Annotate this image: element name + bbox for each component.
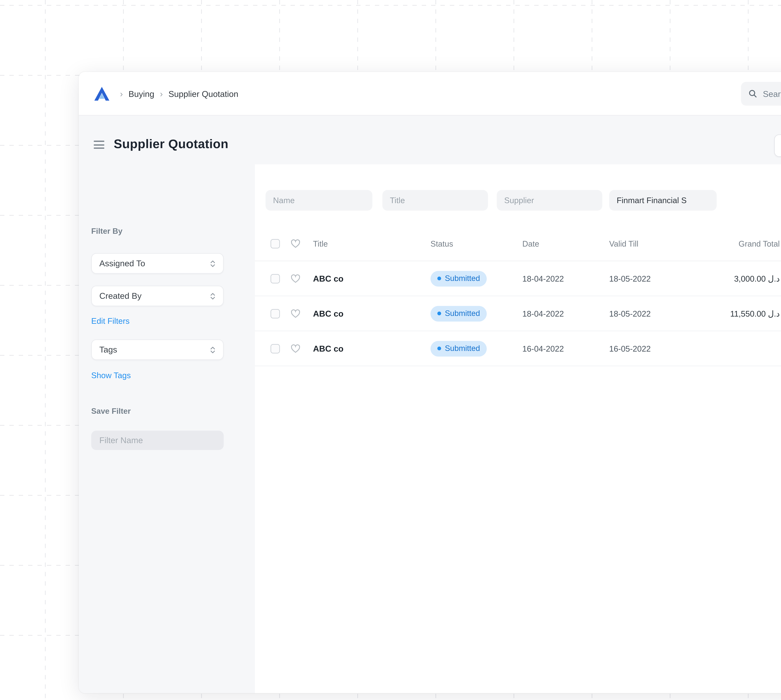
save-filter-label: Save Filter	[91, 407, 131, 416]
edit-filters-link[interactable]: Edit Filters	[91, 316, 130, 326]
supplier-filter-input[interactable]	[497, 190, 602, 211]
status-dot	[437, 312, 441, 315]
row-valid-till: 18-05-2022	[609, 309, 651, 318]
tags-select[interactable]: Tags	[91, 339, 224, 360]
status-label: Submitted	[445, 274, 480, 283]
erpnext-logo-icon[interactable]	[94, 86, 110, 101]
table-row[interactable]: ABC co Submitted 16-04-2022 16-05-2022 P…	[255, 331, 781, 366]
status-badge: Submitted	[430, 341, 487, 356]
gridline	[0, 5, 781, 6]
heart-icon[interactable]	[291, 344, 301, 353]
breadcrumb-current[interactable]: Supplier Quotation	[168, 89, 238, 98]
assigned-to-select[interactable]: Assigned To	[91, 253, 224, 274]
filter-name-input[interactable]	[91, 431, 224, 450]
navbar: › Buying › Supplier Quotation Search or …	[79, 72, 781, 116]
design-canvas: › Buying › Supplier Quotation Search or …	[0, 0, 781, 700]
gridline	[45, 0, 46, 700]
page-title: Supplier Quotation	[114, 137, 228, 151]
row-grand-total: 3,000.00 د.ل	[692, 274, 780, 283]
assigned-to-label: Assigned To	[99, 259, 145, 268]
status-label: Submitted	[445, 309, 480, 318]
breadcrumb-separator: ›	[120, 89, 123, 99]
row-grand-total: 11,550.00 د.ل	[692, 309, 780, 318]
title-filter-input[interactable]	[382, 190, 488, 211]
search-placeholder: Search or type a command (Ctrl + G)	[763, 89, 781, 98]
heart-icon[interactable]	[291, 274, 301, 283]
status-dot	[437, 347, 441, 350]
unfold-icon	[210, 260, 216, 267]
show-tags-link[interactable]: Show Tags	[91, 371, 131, 380]
row-checkbox[interactable]	[271, 344, 280, 353]
select-all-checkbox[interactable]	[271, 239, 280, 248]
search-icon	[749, 89, 757, 98]
unfold-icon	[210, 292, 216, 300]
menu-icon[interactable]	[94, 141, 104, 149]
row-valid-till: 16-05-2022	[609, 344, 651, 353]
breadcrumb: › Buying › Supplier Quotation	[120, 72, 238, 116]
row-date: 18-04-2022	[522, 274, 564, 283]
filter-by-label: Filter By	[91, 227, 122, 236]
header-date[interactable]: Date	[522, 239, 539, 248]
global-search-input[interactable]: Search or type a command (Ctrl + G)	[741, 82, 781, 106]
created-by-label: Created By	[99, 291, 142, 301]
table-row[interactable]: ABC co Submitted 18-04-2022 18-05-2022 3…	[255, 261, 781, 296]
row-date: 18-04-2022	[522, 309, 564, 318]
name-filter-input[interactable]	[266, 190, 372, 211]
status-badge: Submitted	[430, 271, 487, 286]
like-filter-heart-icon[interactable]	[291, 239, 301, 248]
list-view-selector[interactable]: List View	[774, 134, 781, 157]
row-title[interactable]: ABC co	[313, 274, 343, 283]
status-badge: Submitted	[430, 306, 487, 321]
row-valid-till: 18-05-2022	[609, 274, 651, 283]
created-by-select[interactable]: Created By	[91, 286, 224, 306]
unfold-icon	[210, 346, 216, 353]
table-row[interactable]: ABC co Submitted 18-04-2022 18-05-2022 1…	[255, 296, 781, 331]
row-title[interactable]: ABC co	[313, 344, 343, 353]
list-panel: Finmart Financial S Filter	[255, 164, 781, 693]
row-checkbox[interactable]	[271, 309, 280, 318]
header-title[interactable]: Title	[313, 239, 328, 248]
status-label: Submitted	[445, 344, 480, 353]
page-body: Supplier Quotation List View	[79, 116, 781, 693]
breadcrumb-separator: ›	[160, 89, 163, 99]
header-status[interactable]: Status	[430, 239, 453, 248]
row-title[interactable]: ABC co	[313, 309, 343, 318]
filter-sidebar: Filter By Assigned To Created By	[79, 164, 255, 693]
row-checkbox[interactable]	[271, 274, 280, 283]
tags-label: Tags	[99, 345, 117, 354]
supplier-filter-value[interactable]: Finmart Financial S	[609, 190, 717, 211]
row-date: 16-04-2022	[522, 344, 564, 353]
app-window: › Buying › Supplier Quotation Search or …	[79, 72, 781, 693]
header-grand-total[interactable]: Grand Total	[692, 239, 780, 248]
page-head: Supplier Quotation List View	[79, 116, 781, 164]
heart-icon[interactable]	[291, 309, 301, 318]
breadcrumb-buying[interactable]: Buying	[128, 89, 154, 98]
status-dot	[437, 277, 441, 280]
table-header: Title Status Date Valid Till Grand Total…	[255, 227, 781, 261]
header-valid-till[interactable]: Valid Till	[609, 239, 638, 248]
